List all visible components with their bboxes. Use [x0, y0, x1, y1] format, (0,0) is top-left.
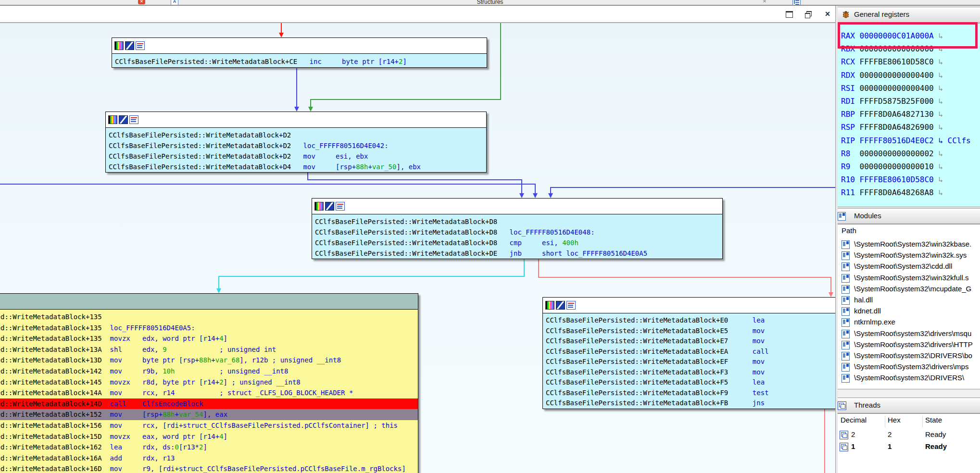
register-row-rbp[interactable]: RBP FFFF8D0A64827130 ↳ — [841, 110, 943, 123]
node-block-d2-titlebar[interactable] — [106, 112, 486, 128]
register-row-r11[interactable]: R11 FFFF8D0A648268A8 ↳ — [841, 188, 943, 201]
disasm-line[interactable]: CClfsBaseFilePersisted::WriteMetadataBlo… — [0, 323, 418, 334]
disasm-line[interactable]: CClfsBaseFilePersisted::WriteMetadataBlo… — [546, 326, 835, 336]
module-row[interactable]: \SystemRoot\System32\cdd.dll — [842, 261, 979, 272]
register-value[interactable]: FFFF8D0A64826900 — [860, 123, 934, 132]
register-row-rsp[interactable]: RSP FFFF8D0A64826900 ↳ — [841, 123, 943, 136]
register-value[interactable]: FFFF8D0A648268A8 — [860, 188, 934, 197]
node-edit-icon[interactable] — [125, 41, 134, 50]
thread-row[interactable]: 22Ready — [840, 429, 978, 441]
node-block-135-titlebar[interactable] — [0, 294, 418, 310]
disasm-line[interactable]: CClfsBaseFilePersisted::WriteMetadataBlo… — [0, 333, 418, 344]
disasm-line[interactable]: CClfsBaseFilePersisted::WriteMetadataBlo… — [109, 151, 486, 162]
node-color-palette-icon[interactable] — [314, 202, 324, 211]
follow-arrow-icon[interactable]: ↳ — [934, 123, 943, 132]
follow-arrow-icon[interactable]: ↳ — [934, 175, 943, 184]
list-view-icon[interactable] — [792, 0, 801, 5]
register-value[interactable]: 0000000000000400 — [860, 84, 934, 93]
threads-column-decimal[interactable]: Decimal — [841, 416, 885, 427]
node-block-ce-titlebar[interactable] — [112, 38, 487, 54]
node-block-e0[interactable]: CClfsBaseFilePersisted::WriteMetadataBlo… — [542, 297, 835, 409]
panel-splitter[interactable] — [835, 5, 838, 473]
disasm-line[interactable]: CClfsBaseFilePersisted::WriteMetadataBlo… — [546, 357, 835, 367]
thread-row[interactable]: 11Ready — [840, 441, 978, 453]
graph-canvas[interactable]: CClfsBaseFilePersisted::WriteMetadataBlo… — [0, 22, 835, 473]
node-edit-icon[interactable] — [325, 202, 334, 211]
module-row[interactable]: kdnet.dll — [842, 306, 979, 317]
disasm-line[interactable]: CClfsBaseFilePersisted::WriteMetadataBlo… — [315, 248, 722, 259]
node-group-icon[interactable] — [336, 202, 345, 211]
module-row[interactable]: ntkrnlmp.exe — [842, 317, 979, 328]
follow-arrow-icon[interactable]: ↳ — [934, 97, 943, 106]
disasm-line[interactable]: CClfsBaseFilePersisted::WriteMetadataBlo… — [109, 140, 486, 151]
disasm-line[interactable]: CClfsBaseFilePersisted::WriteMetadataBlo… — [0, 377, 418, 388]
register-row-rdi[interactable]: RDI FFFFD5875B25F000 ↳ — [841, 97, 943, 110]
register-row-rip[interactable]: RIP FFFFF80516D4E0C2 ↳ CClfs — [841, 136, 971, 149]
node-color-palette-icon[interactable] — [114, 41, 124, 50]
jump-to-symbol-link[interactable]: ↳ CClfs — [934, 136, 971, 145]
disasm-line[interactable]: CClfsBaseFilePersisted::WriteMetadataBlo… — [0, 453, 418, 464]
follow-arrow-icon[interactable]: ↳ — [934, 71, 943, 80]
disasm-line[interactable]: CClfsBaseFilePersisted::WriteMetadataBlo… — [546, 377, 835, 388]
register-row-rdx[interactable]: RDX 0000000000000400 ↳ — [841, 71, 943, 84]
threads-column-state[interactable]: State — [925, 416, 978, 427]
register-value[interactable]: FFFFBE80610D58C0 — [860, 175, 934, 184]
register-value[interactable]: FFFF8D0A64827130 — [860, 110, 934, 119]
register-value[interactable]: 0000000000000010 — [860, 162, 934, 171]
disasm-line[interactable]: CClfsBaseFilePersisted::WriteMetadataBlo… — [315, 216, 722, 227]
module-row[interactable]: \SystemRoot\System32\win32kbase. — [842, 239, 979, 250]
node-color-palette-icon[interactable] — [545, 301, 554, 310]
disasm-line[interactable]: CClfsBaseFilePersisted::WriteMetadataBlo… — [546, 315, 835, 326]
disasm-line[interactable]: CClfsBaseFilePersisted::WriteMetadataBlo… — [546, 398, 835, 409]
node-block-e0-titlebar[interactable] — [543, 298, 835, 313]
node-color-palette-icon[interactable] — [108, 115, 117, 124]
register-row-r8[interactable]: R8 0000000000000002 ↳ — [841, 149, 943, 162]
follow-arrow-icon[interactable]: ↳ — [934, 162, 943, 171]
module-row[interactable]: \SystemRoot\system32\DRIVERS\ — [842, 373, 979, 384]
node-edit-icon[interactable] — [556, 301, 565, 310]
disasm-line[interactable]: CClfsBaseFilePersisted::WriteMetadataBlo… — [109, 162, 486, 172]
node-block-d8-titlebar[interactable] — [312, 199, 722, 214]
module-row[interactable]: \SystemRoot\system32\drivers\HTTP — [842, 339, 979, 350]
module-row[interactable]: hal.dll — [842, 295, 979, 306]
node-block-135[interactable]: CClfsBaseFilePersisted::WriteMetadataBlo… — [0, 293, 418, 473]
follow-arrow-icon[interactable]: ↳ — [934, 57, 943, 66]
follow-arrow-icon[interactable]: ↳ — [934, 188, 943, 197]
disasm-line[interactable]: CClfsBaseFilePersisted::WriteMetadataBlo… — [546, 388, 835, 398]
register-row-r10[interactable]: R10 FFFFBE80610D58C0 ↳ — [841, 175, 943, 188]
disasm-line[interactable]: CClfsBaseFilePersisted::WriteMetadataBlo… — [546, 336, 835, 347]
register-row-rcx[interactable]: RCX FFFFBE80610D58C0 ↳ — [841, 57, 943, 70]
restore-button[interactable] — [802, 9, 815, 19]
register-value[interactable]: 0000000000000002 — [860, 149, 934, 158]
module-row[interactable]: \SystemRoot\System32\win32k.sys — [842, 250, 979, 261]
register-value[interactable]: FFFFF80516D4E0C2 — [860, 136, 934, 145]
follow-arrow-icon[interactable]: ↳ — [934, 110, 943, 119]
disasm-line[interactable]: CClfsBaseFilePersisted::WriteMetadataBlo… — [0, 420, 418, 431]
register-row-rsi[interactable]: RSI 0000000000000400 ↳ — [841, 84, 943, 97]
register-row-r9[interactable]: R9 0000000000000010 ↳ — [841, 162, 943, 175]
node-block-ce[interactable]: CClfsBaseFilePersisted::WriteMetadataBlo… — [112, 37, 487, 68]
tab-structures[interactable]: Structures — [418, 0, 562, 5]
disasm-line[interactable]: CClfsBaseFilePersisted::WriteMetadataBlo… — [315, 227, 722, 237]
disasm-line[interactable]: CClfsBaseFilePersisted::WriteMetadataBlo… — [0, 344, 418, 355]
node-block-d8[interactable]: CClfsBaseFilePersisted::WriteMetadataBlo… — [312, 198, 723, 259]
node-edit-icon[interactable] — [119, 115, 128, 124]
module-row[interactable]: \SystemRoot\system32\drivers\msqu — [842, 328, 979, 339]
register-value[interactable]: FFFFBE80610D58C0 — [860, 57, 934, 66]
disasm-line[interactable]: CClfsBaseFilePersisted::WriteMetadataBlo… — [546, 347, 835, 357]
disasm-line[interactable]: CClfsBaseFilePersisted::WriteMetadataBlo… — [115, 56, 487, 67]
register-value[interactable]: 0000000000000400 — [860, 71, 934, 80]
disasm-line[interactable]: CClfsBaseFilePersisted::WriteMetadataBlo… — [0, 366, 418, 377]
module-row[interactable]: \SystemRoot\System32\drivers\mps — [842, 361, 979, 373]
node-block-d2[interactable]: CClfsBaseFilePersisted::WriteMetadataBlo… — [105, 112, 487, 173]
node-group-icon[interactable] — [129, 115, 138, 124]
maximize-button[interactable] — [783, 9, 795, 19]
disasm-line[interactable]: CClfsBaseFilePersisted::WriteMetadataBlo… — [0, 311, 418, 323]
follow-arrow-icon[interactable]: ↳ — [934, 84, 943, 93]
node-group-icon[interactable] — [566, 301, 576, 310]
close-icon[interactable]: ✕ — [761, 0, 768, 4]
disasm-line[interactable]: CClfsBaseFilePersisted::WriteMetadataBlo… — [315, 237, 722, 248]
disasm-line[interactable]: CClfsBaseFilePersisted::WriteMetadataBlo… — [0, 398, 418, 410]
disasm-line[interactable]: CClfsBaseFilePersisted::WriteMetadataBlo… — [0, 355, 418, 366]
disasm-line[interactable]: CClfsBaseFilePersisted::WriteMetadataBlo… — [0, 409, 418, 420]
